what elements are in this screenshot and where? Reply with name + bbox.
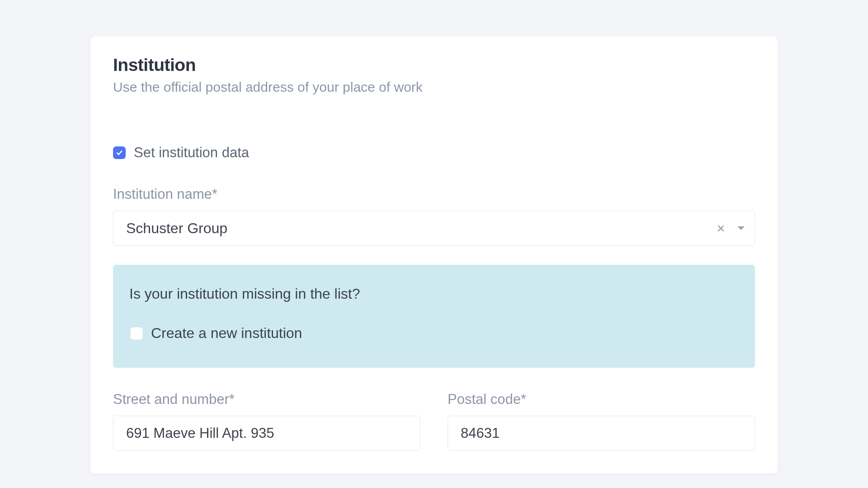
create-institution-row: Create a new institution: [130, 325, 739, 342]
missing-institution-title: Is your institution missing in the list?: [129, 286, 739, 302]
set-institution-data-label: Set institution data: [134, 145, 249, 161]
postal-field: Postal code*: [448, 391, 755, 451]
clear-icon[interactable]: [717, 225, 725, 232]
street-field: Street and number*: [113, 391, 420, 451]
missing-institution-panel: Is your institution missing in the list?…: [113, 265, 755, 368]
set-institution-data-row: Set institution data: [113, 145, 755, 161]
institution-card: Institution Use the official postal addr…: [90, 36, 778, 474]
postal-input-wrapper: [448, 416, 755, 451]
postal-label: Postal code*: [448, 391, 755, 408]
section-title: Institution: [113, 55, 755, 75]
check-icon: [116, 149, 123, 156]
select-controls: [717, 225, 745, 232]
create-institution-label: Create a new institution: [151, 325, 302, 342]
institution-name-value: Schuster Group: [126, 220, 717, 237]
section-subtitle: Use the official postal address of your …: [113, 80, 755, 95]
create-institution-checkbox[interactable]: [130, 327, 143, 340]
institution-name-label: Institution name*: [113, 186, 755, 202]
street-input[interactable]: [126, 425, 407, 441]
chevron-down-icon[interactable]: [736, 225, 745, 231]
address-row: Street and number* Postal code*: [113, 391, 755, 451]
institution-name-select[interactable]: Schuster Group: [113, 211, 755, 246]
postal-input[interactable]: [461, 425, 742, 441]
street-label: Street and number*: [113, 391, 420, 408]
street-input-wrapper: [113, 416, 420, 451]
institution-name-field: Institution name* Schuster Group: [113, 186, 755, 246]
set-institution-data-checkbox[interactable]: [113, 146, 126, 159]
